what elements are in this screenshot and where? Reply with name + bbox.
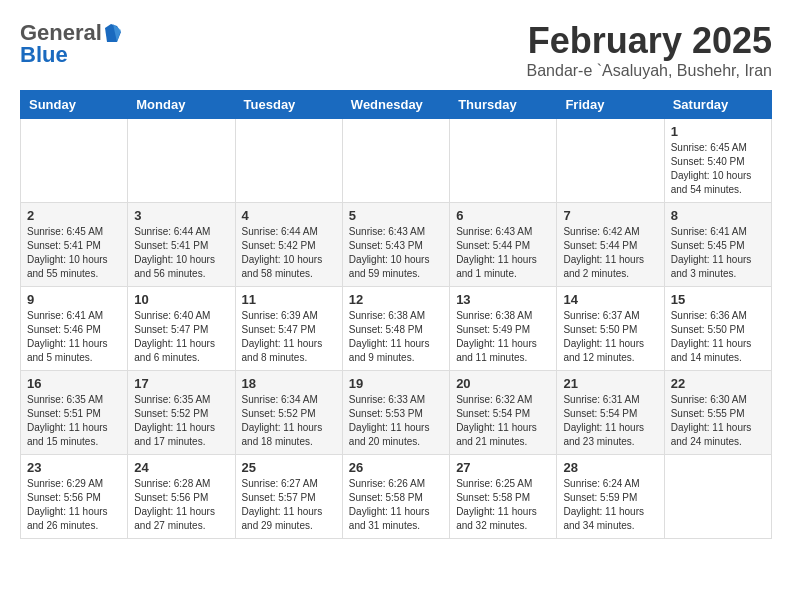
day-info: Sunrise: 6:38 AM Sunset: 5:48 PM Dayligh… [349, 309, 443, 365]
day-header-friday: Friday [557, 91, 664, 119]
day-info: Sunrise: 6:30 AM Sunset: 5:55 PM Dayligh… [671, 393, 765, 449]
day-number: 5 [349, 208, 443, 223]
day-number: 27 [456, 460, 550, 475]
calendar-cell: 5Sunrise: 6:43 AM Sunset: 5:43 PM Daylig… [342, 203, 449, 287]
calendar-cell: 12Sunrise: 6:38 AM Sunset: 5:48 PM Dayli… [342, 287, 449, 371]
day-info: Sunrise: 6:41 AM Sunset: 5:46 PM Dayligh… [27, 309, 121, 365]
calendar-cell: 8Sunrise: 6:41 AM Sunset: 5:45 PM Daylig… [664, 203, 771, 287]
calendar-cell: 27Sunrise: 6:25 AM Sunset: 5:58 PM Dayli… [450, 455, 557, 539]
calendar-cell: 13Sunrise: 6:38 AM Sunset: 5:49 PM Dayli… [450, 287, 557, 371]
calendar-cell: 25Sunrise: 6:27 AM Sunset: 5:57 PM Dayli… [235, 455, 342, 539]
day-number: 14 [563, 292, 657, 307]
day-info: Sunrise: 6:43 AM Sunset: 5:43 PM Dayligh… [349, 225, 443, 281]
day-info: Sunrise: 6:33 AM Sunset: 5:53 PM Dayligh… [349, 393, 443, 449]
day-info: Sunrise: 6:41 AM Sunset: 5:45 PM Dayligh… [671, 225, 765, 281]
day-header-thursday: Thursday [450, 91, 557, 119]
day-header-sunday: Sunday [21, 91, 128, 119]
day-info: Sunrise: 6:44 AM Sunset: 5:42 PM Dayligh… [242, 225, 336, 281]
day-number: 17 [134, 376, 228, 391]
day-info: Sunrise: 6:43 AM Sunset: 5:44 PM Dayligh… [456, 225, 550, 281]
calendar-cell: 18Sunrise: 6:34 AM Sunset: 5:52 PM Dayli… [235, 371, 342, 455]
day-header-monday: Monday [128, 91, 235, 119]
day-number: 26 [349, 460, 443, 475]
calendar-cell: 22Sunrise: 6:30 AM Sunset: 5:55 PM Dayli… [664, 371, 771, 455]
logo-icon [103, 24, 121, 42]
calendar-cell: 1Sunrise: 6:45 AM Sunset: 5:40 PM Daylig… [664, 119, 771, 203]
day-number: 28 [563, 460, 657, 475]
calendar-cell [664, 455, 771, 539]
calendar-table: SundayMondayTuesdayWednesdayThursdayFrid… [20, 90, 772, 539]
day-number: 15 [671, 292, 765, 307]
day-info: Sunrise: 6:36 AM Sunset: 5:50 PM Dayligh… [671, 309, 765, 365]
day-number: 8 [671, 208, 765, 223]
logo-blue: Blue [20, 42, 68, 68]
day-info: Sunrise: 6:31 AM Sunset: 5:54 PM Dayligh… [563, 393, 657, 449]
day-info: Sunrise: 6:29 AM Sunset: 5:56 PM Dayligh… [27, 477, 121, 533]
day-info: Sunrise: 6:26 AM Sunset: 5:58 PM Dayligh… [349, 477, 443, 533]
calendar-cell: 4Sunrise: 6:44 AM Sunset: 5:42 PM Daylig… [235, 203, 342, 287]
calendar-week-row: 16Sunrise: 6:35 AM Sunset: 5:51 PM Dayli… [21, 371, 772, 455]
calendar-cell: 21Sunrise: 6:31 AM Sunset: 5:54 PM Dayli… [557, 371, 664, 455]
subtitle: Bandar-e `Asaluyah, Bushehr, Iran [527, 62, 772, 80]
calendar-cell: 15Sunrise: 6:36 AM Sunset: 5:50 PM Dayli… [664, 287, 771, 371]
day-number: 1 [671, 124, 765, 139]
calendar-cell: 14Sunrise: 6:37 AM Sunset: 5:50 PM Dayli… [557, 287, 664, 371]
calendar-cell: 2Sunrise: 6:45 AM Sunset: 5:41 PM Daylig… [21, 203, 128, 287]
day-number: 16 [27, 376, 121, 391]
calendar-cell [342, 119, 449, 203]
day-number: 4 [242, 208, 336, 223]
logo: General Blue [20, 20, 122, 68]
day-info: Sunrise: 6:27 AM Sunset: 5:57 PM Dayligh… [242, 477, 336, 533]
day-number: 3 [134, 208, 228, 223]
calendar-cell [235, 119, 342, 203]
day-number: 11 [242, 292, 336, 307]
day-number: 9 [27, 292, 121, 307]
day-info: Sunrise: 6:34 AM Sunset: 5:52 PM Dayligh… [242, 393, 336, 449]
calendar-week-row: 9Sunrise: 6:41 AM Sunset: 5:46 PM Daylig… [21, 287, 772, 371]
calendar-cell: 11Sunrise: 6:39 AM Sunset: 5:47 PM Dayli… [235, 287, 342, 371]
calendar-cell: 7Sunrise: 6:42 AM Sunset: 5:44 PM Daylig… [557, 203, 664, 287]
calendar-cell: 20Sunrise: 6:32 AM Sunset: 5:54 PM Dayli… [450, 371, 557, 455]
calendar-week-row: 1Sunrise: 6:45 AM Sunset: 5:40 PM Daylig… [21, 119, 772, 203]
day-number: 22 [671, 376, 765, 391]
day-info: Sunrise: 6:45 AM Sunset: 5:40 PM Dayligh… [671, 141, 765, 197]
calendar-cell: 16Sunrise: 6:35 AM Sunset: 5:51 PM Dayli… [21, 371, 128, 455]
day-number: 21 [563, 376, 657, 391]
day-info: Sunrise: 6:24 AM Sunset: 5:59 PM Dayligh… [563, 477, 657, 533]
day-info: Sunrise: 6:35 AM Sunset: 5:52 PM Dayligh… [134, 393, 228, 449]
calendar-cell: 28Sunrise: 6:24 AM Sunset: 5:59 PM Dayli… [557, 455, 664, 539]
day-number: 12 [349, 292, 443, 307]
calendar-cell: 9Sunrise: 6:41 AM Sunset: 5:46 PM Daylig… [21, 287, 128, 371]
day-info: Sunrise: 6:37 AM Sunset: 5:50 PM Dayligh… [563, 309, 657, 365]
calendar-cell: 19Sunrise: 6:33 AM Sunset: 5:53 PM Dayli… [342, 371, 449, 455]
calendar-cell [557, 119, 664, 203]
day-header-wednesday: Wednesday [342, 91, 449, 119]
calendar-cell: 26Sunrise: 6:26 AM Sunset: 5:58 PM Dayli… [342, 455, 449, 539]
calendar-cell [128, 119, 235, 203]
day-number: 10 [134, 292, 228, 307]
day-number: 6 [456, 208, 550, 223]
calendar-cell: 6Sunrise: 6:43 AM Sunset: 5:44 PM Daylig… [450, 203, 557, 287]
day-number: 24 [134, 460, 228, 475]
day-number: 20 [456, 376, 550, 391]
calendar-cell [450, 119, 557, 203]
calendar-cell: 17Sunrise: 6:35 AM Sunset: 5:52 PM Dayli… [128, 371, 235, 455]
page-header: General Blue February 2025 Bandar-e `Asa… [20, 20, 772, 80]
day-number: 23 [27, 460, 121, 475]
day-info: Sunrise: 6:35 AM Sunset: 5:51 PM Dayligh… [27, 393, 121, 449]
day-info: Sunrise: 6:42 AM Sunset: 5:44 PM Dayligh… [563, 225, 657, 281]
day-info: Sunrise: 6:39 AM Sunset: 5:47 PM Dayligh… [242, 309, 336, 365]
day-number: 2 [27, 208, 121, 223]
calendar-header-row: SundayMondayTuesdayWednesdayThursdayFrid… [21, 91, 772, 119]
day-info: Sunrise: 6:40 AM Sunset: 5:47 PM Dayligh… [134, 309, 228, 365]
calendar-cell: 24Sunrise: 6:28 AM Sunset: 5:56 PM Dayli… [128, 455, 235, 539]
day-number: 25 [242, 460, 336, 475]
day-number: 18 [242, 376, 336, 391]
day-number: 13 [456, 292, 550, 307]
day-header-tuesday: Tuesday [235, 91, 342, 119]
day-info: Sunrise: 6:44 AM Sunset: 5:41 PM Dayligh… [134, 225, 228, 281]
day-number: 19 [349, 376, 443, 391]
calendar-cell: 3Sunrise: 6:44 AM Sunset: 5:41 PM Daylig… [128, 203, 235, 287]
calendar-week-row: 2Sunrise: 6:45 AM Sunset: 5:41 PM Daylig… [21, 203, 772, 287]
calendar-week-row: 23Sunrise: 6:29 AM Sunset: 5:56 PM Dayli… [21, 455, 772, 539]
